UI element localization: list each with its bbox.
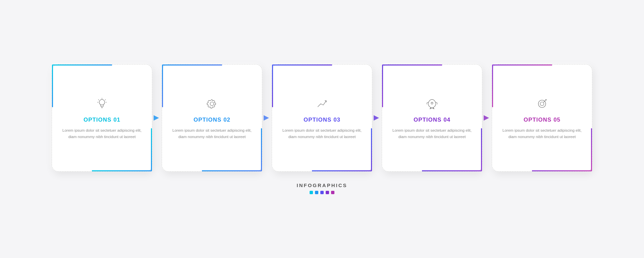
border-accent-br-4 <box>481 128 482 171</box>
border-accent-br-3 <box>371 128 372 171</box>
border-accent-tl-3 <box>272 64 273 107</box>
gear-icon <box>205 96 219 111</box>
card-1-title: OPTIONS 01 <box>84 117 120 123</box>
card-2-icon <box>204 96 220 112</box>
card-4-title: OPTIONS 04 <box>414 117 450 123</box>
card-1-icon <box>94 96 110 112</box>
rocket-icon <box>425 96 439 111</box>
svg-marker-8 <box>154 115 159 121</box>
cards-row: OPTIONS 01 Lorem ipsum dolor sit sectetu… <box>52 64 592 172</box>
card-3-icon <box>314 96 330 112</box>
card-2-title: OPTIONS 02 <box>194 117 230 123</box>
svg-line-4 <box>105 99 106 100</box>
card-3: OPTIONS 03 Lorem ipsum dolor sit sectetu… <box>272 64 372 172</box>
card-wrapper-3: OPTIONS 03 Lorem ipsum dolor sit sectetu… <box>272 64 372 172</box>
arrow-1-icon <box>152 113 162 123</box>
card-5-title: OPTIONS 05 <box>524 117 560 123</box>
arrow-4 <box>481 112 493 124</box>
card-wrapper-1: OPTIONS 01 Lorem ipsum dolor sit sectetu… <box>52 64 152 172</box>
card-2: OPTIONS 02 Lorem ipsum dolor sit sectetu… <box>162 64 262 172</box>
footer-dot-2 <box>315 191 318 194</box>
footer-dots <box>310 191 334 194</box>
card-1-desc: Lorem ipsum dolor sit sectetuer adipisci… <box>61 127 143 140</box>
lightbulb-icon <box>95 96 109 111</box>
footer-dot-3 <box>320 191 324 194</box>
infographic-container: OPTIONS 01 Lorem ipsum dolor sit sectetu… <box>0 64 644 194</box>
arrow-3 <box>371 112 383 124</box>
svg-marker-10 <box>264 115 269 121</box>
card-4-desc: Lorem ipsum dolor sit sectetuer adipisci… <box>391 127 473 140</box>
card-wrapper-2: OPTIONS 02 Lorem ipsum dolor sit sectetu… <box>162 64 262 172</box>
target-icon <box>535 96 549 111</box>
border-accent-br-1 <box>151 128 152 171</box>
svg-line-5 <box>98 99 99 100</box>
footer: INFOGRAPHICS <box>297 182 347 194</box>
svg-line-16 <box>545 99 546 101</box>
card-wrapper-4: OPTIONS 04 Lorem ipsum dolor sit sectetu… <box>382 64 482 172</box>
footer-dot-5 <box>331 191 334 194</box>
card-wrapper-5: OPTIONS 05 Lorem ipsum dolor sit sectetu… <box>492 64 592 172</box>
border-accent-tl-4 <box>382 64 383 107</box>
arrow-3-icon <box>372 113 382 123</box>
svg-marker-11 <box>374 115 379 121</box>
card-4: OPTIONS 04 Lorem ipsum dolor sit sectetu… <box>382 64 482 172</box>
card-3-desc: Lorem ipsum dolor sit sectetuer adipisci… <box>281 127 363 140</box>
svg-marker-13 <box>484 115 489 121</box>
border-accent-tl-1 <box>52 64 53 107</box>
svg-point-0 <box>99 99 105 105</box>
border-accent-br-5 <box>591 128 592 171</box>
arrow-1 <box>151 112 163 124</box>
card-5-desc: Lorem ipsum dolor sit sectetuer adipisci… <box>501 127 583 140</box>
svg-point-12 <box>431 102 433 104</box>
chart-icon <box>315 96 329 111</box>
card-4-icon <box>424 96 440 112</box>
footer-title: INFOGRAPHICS <box>297 182 347 188</box>
card-3-title: OPTIONS 03 <box>304 117 340 123</box>
arrow-4-icon <box>482 113 492 123</box>
svg-point-15 <box>540 102 544 105</box>
card-5-icon <box>534 96 550 112</box>
card-2-desc: Lorem ipsum dolor sit sectetuer adipisci… <box>171 127 253 140</box>
border-accent-tl-2 <box>162 64 163 107</box>
svg-line-19 <box>544 101 545 102</box>
card-5: OPTIONS 05 Lorem ipsum dolor sit sectetu… <box>492 64 592 172</box>
footer-dot-1 <box>310 191 313 194</box>
border-accent-tl-5 <box>492 64 493 107</box>
arrow-2 <box>261 112 273 124</box>
footer-dot-4 <box>326 191 329 194</box>
svg-point-9 <box>210 102 214 105</box>
card-1: OPTIONS 01 Lorem ipsum dolor sit sectetu… <box>52 64 152 172</box>
border-accent-br-2 <box>261 128 262 171</box>
arrow-2-icon <box>262 113 272 123</box>
